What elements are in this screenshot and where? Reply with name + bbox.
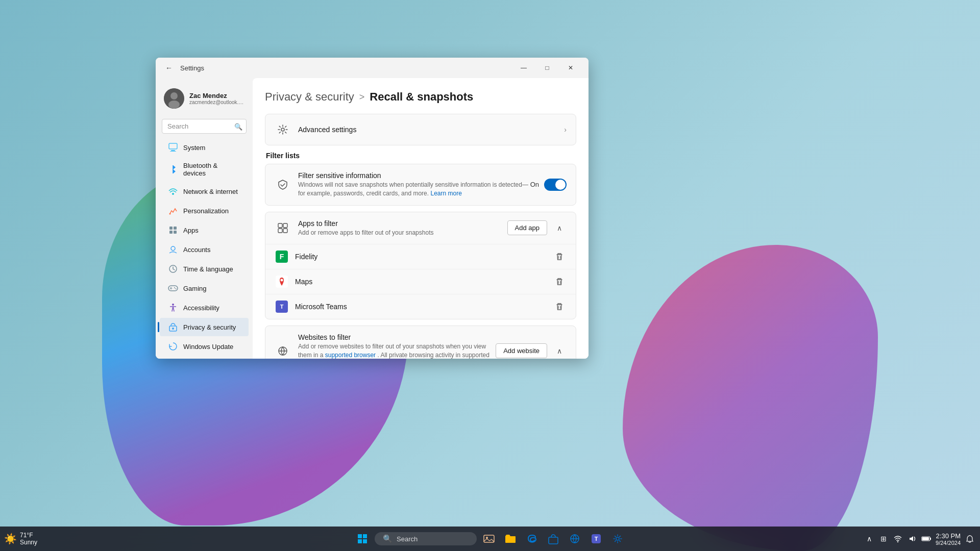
notification-icon[interactable] xyxy=(964,533,976,545)
filter-sensitive-action: On xyxy=(530,179,567,191)
filter-sensitive-row: Filter sensitive information Windows wil… xyxy=(265,164,576,205)
weather-desc: Sunny xyxy=(20,539,37,546)
time-icon xyxy=(168,264,178,274)
breadcrumb-parent[interactable]: Privacy & security xyxy=(265,90,354,104)
delete-fidelity-button[interactable] xyxy=(552,249,567,264)
sidebar-item-apps[interactable]: Apps xyxy=(160,221,249,239)
sidebar-item-update[interactable]: Windows Update xyxy=(160,337,249,356)
tray-sound-icon[interactable] xyxy=(906,533,918,545)
tray-wifi-icon[interactable] xyxy=(892,533,904,545)
tray-battery-icon[interactable] xyxy=(920,533,933,545)
websites-filter-icon xyxy=(275,343,291,359)
maps-app-icon xyxy=(275,274,289,289)
personalization-icon xyxy=(168,206,178,216)
learn-more-link[interactable]: Learn more xyxy=(430,190,461,197)
advanced-settings-icon xyxy=(275,121,291,138)
delete-maps-button[interactable] xyxy=(552,274,567,289)
svg-rect-3 xyxy=(169,143,177,149)
settings-body: Zac Mendez zacmendez@outlook.com 🔍 Syste… xyxy=(156,78,589,359)
breadcrumb-current: Recall & snapshots xyxy=(370,90,473,104)
taskbar-gallery-app[interactable] xyxy=(480,530,498,548)
chevron-right-icon: › xyxy=(564,126,567,134)
breadcrumb-separator: > xyxy=(359,92,365,103)
title-bar: ← Settings — □ ✕ xyxy=(156,58,589,78)
teams-app-icon: T xyxy=(275,299,289,314)
filter-sensitive-desc-text: Windows will not save snapshots when pot… xyxy=(298,181,528,197)
svg-rect-38 xyxy=(363,534,367,538)
settings-window: ← Settings — □ ✕ Zac Mendez xyxy=(156,58,589,359)
minimize-button[interactable]: — xyxy=(512,60,535,76)
privacy-icon xyxy=(168,322,178,332)
sidebar-label-accessibility: Accessibility xyxy=(183,304,219,312)
apps-to-filter-header: Apps to filter Add or remove apps to fil… xyxy=(265,212,576,245)
websites-to-filter-section: Websites to filter Add or remove website… xyxy=(265,325,576,359)
svg-point-47 xyxy=(616,537,619,540)
user-profile[interactable]: Zac Mendez zacmendez@outlook.com xyxy=(156,82,253,115)
sidebar-item-accounts[interactable]: Accounts xyxy=(160,240,249,259)
supported-browser-link[interactable]: supported browser xyxy=(325,352,376,359)
advanced-settings-row[interactable]: Advanced settings › xyxy=(265,114,576,145)
sidebar-item-personalization[interactable]: Personalization xyxy=(160,202,249,220)
filter-sensitive-toggle[interactable] xyxy=(544,179,567,191)
svg-point-2 xyxy=(168,101,180,109)
back-button[interactable]: ← xyxy=(162,61,176,75)
breadcrumb: Privacy & security > Recall & snapshots xyxy=(265,90,576,104)
filter-sensitive-icon xyxy=(275,177,291,193)
filter-sensitive-text: Filter sensitive information Windows wil… xyxy=(298,171,530,198)
sidebar-label-apps: Apps xyxy=(183,227,199,234)
sidebar-item-network[interactable]: Network & internet xyxy=(160,182,249,201)
apps-collapse-button[interactable]: ∧ xyxy=(552,221,567,235)
window-controls: — □ ✕ xyxy=(512,60,582,76)
user-email: zacmendez@outlook.com xyxy=(189,99,244,105)
sidebar-label-privacy: Privacy & security xyxy=(183,323,236,331)
tray-arrow-icon[interactable]: ∧ xyxy=(863,533,875,545)
advanced-settings-action: › xyxy=(564,126,567,134)
svg-point-15 xyxy=(174,287,175,288)
sidebar-item-system[interactable]: System xyxy=(160,138,249,157)
start-button[interactable] xyxy=(353,530,372,548)
add-website-button[interactable]: Add website xyxy=(496,343,547,358)
apps-filter-action: Add app ∧ xyxy=(507,220,567,235)
svg-text:T: T xyxy=(595,536,598,542)
weather-temp: 71°F xyxy=(20,532,37,539)
taskbar-center: 🔍 Search T xyxy=(353,530,627,548)
svg-rect-4 xyxy=(171,150,175,151)
taskbar-file-explorer[interactable] xyxy=(501,530,520,548)
clock-date: 9/24/2024 xyxy=(936,540,961,546)
taskbar-search-icon: 🔍 xyxy=(383,534,393,543)
accounts-icon xyxy=(168,244,178,255)
weather-widget[interactable]: ☀️ 71°F Sunny xyxy=(4,532,37,546)
sidebar-label-time: Time & language xyxy=(183,265,233,273)
sidebar-label-network: Network & internet xyxy=(183,188,238,195)
sidebar-item-bluetooth[interactable]: Bluetooth & devices xyxy=(160,158,249,181)
apps-to-filter-card: Apps to filter Add or remove apps to fil… xyxy=(265,212,576,320)
taskbar-search-label: Search xyxy=(397,535,418,543)
sidebar-item-gaming[interactable]: Gaming xyxy=(160,279,249,297)
sidebar-item-time[interactable]: Time & language xyxy=(160,260,249,278)
maximize-button[interactable]: □ xyxy=(535,60,559,76)
sidebar-item-privacy[interactable]: Privacy & security xyxy=(160,318,249,336)
tray-display-icon[interactable]: ⊞ xyxy=(877,533,890,545)
svg-rect-50 xyxy=(930,538,931,540)
svg-rect-51 xyxy=(922,537,929,540)
advanced-settings-section: Advanced settings › xyxy=(265,114,576,145)
taskbar-edge[interactable] xyxy=(523,530,541,548)
system-tray: ∧ ⊞ xyxy=(863,533,933,545)
sidebar-item-accessibility[interactable]: Accessibility xyxy=(160,298,249,317)
svg-point-19 xyxy=(172,328,174,330)
clock[interactable]: 2:30 PM 9/24/2024 xyxy=(936,532,961,546)
svg-rect-43 xyxy=(549,537,558,544)
taskbar-settings[interactable] xyxy=(608,530,627,548)
svg-point-6 xyxy=(172,193,174,195)
delete-teams-button[interactable] xyxy=(552,299,567,314)
add-app-button[interactable]: Add app xyxy=(507,220,547,235)
close-button[interactable]: ✕ xyxy=(559,60,582,76)
taskbar-browser2[interactable] xyxy=(566,530,584,548)
taskbar-search[interactable]: 🔍 Search xyxy=(375,532,477,545)
taskbar-teams[interactable]: T xyxy=(587,530,605,548)
apps-to-filter-section: Apps to filter Add or remove apps to fil… xyxy=(265,212,576,320)
websites-filter-header: Websites to filter Add or remove website… xyxy=(265,326,576,359)
websites-collapse-button[interactable]: ∧ xyxy=(552,344,567,358)
maps-app-name: Maps xyxy=(295,278,552,286)
taskbar-store[interactable] xyxy=(544,530,562,548)
